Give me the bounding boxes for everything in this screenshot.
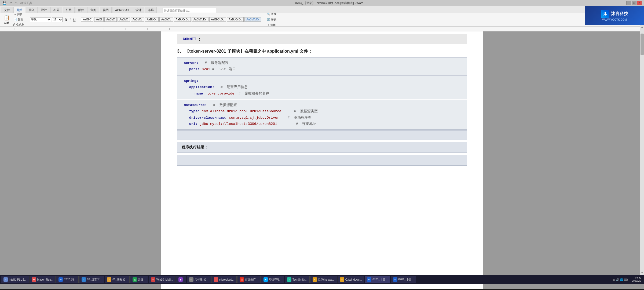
scroll-thumb[interactable] xyxy=(641,34,644,55)
taskbar-icon-bilibili: ▶ xyxy=(264,277,268,282)
app-name: 格式工具 xyxy=(20,1,32,5)
taskbar-cloud[interactable]: 云 云速... xyxy=(130,276,148,283)
taskbar-icon-baidu: 百 xyxy=(240,277,244,282)
taskbar-icon-cloud: 云 xyxy=(133,277,137,282)
datasource-yaml-block: datasource: # 数据源配置 type: com.alibaba.dr… xyxy=(177,100,467,130)
taskbar-icon-notepad: N xyxy=(189,277,193,282)
replace-btn[interactable]: 🔄 替换 xyxy=(266,17,277,22)
ribbon-tabs: 文件 开始 插入 设计 布局 引用 邮件 审阅 视图 ACROBAT 设计 布局 xyxy=(0,6,644,13)
style-em[interactable]: AaBbCcDc xyxy=(209,17,226,22)
maximize-btn[interactable]: □ xyxy=(632,1,636,5)
system-tray: ⊞ 🔊 🌐 ⌨ xyxy=(611,278,630,281)
taskbar-notepad[interactable]: N 无标题-记... xyxy=(187,276,211,283)
style-intense-em[interactable]: AaBbCcDc xyxy=(227,17,244,22)
taskbar-bilibili[interactable]: ▶ 哔哩哔哩... xyxy=(261,276,284,283)
cut-btn[interactable]: ✂ 剪切 xyxy=(12,12,25,17)
commit-block: COMMIT ; xyxy=(177,34,467,44)
style-no-space[interactable]: AaBl xyxy=(94,17,104,22)
tab-layout2[interactable]: 布局 xyxy=(145,7,157,13)
taskbar-diamond[interactable]: ◆ xyxy=(176,276,186,283)
scroll-down-btn[interactable]: ▼ xyxy=(640,271,644,274)
taskbar-word-active1[interactable]: W 0703_【登... xyxy=(365,276,390,283)
close-btn[interactable]: ✕ xyxy=(637,1,642,5)
italic-btn[interactable]: I xyxy=(68,17,71,22)
taskbar-word2[interactable]: W 0701_【登... xyxy=(391,276,416,283)
search-input[interactable] xyxy=(163,8,216,13)
section3-heading: 3、 【token-server-8201 子模块】在项目之中 applicat… xyxy=(177,49,467,54)
tab-view[interactable]: 视图 xyxy=(100,7,112,13)
save-btn[interactable]: 💾 xyxy=(2,1,7,5)
result-content xyxy=(212,142,467,153)
commit-keyword: COMMIT xyxy=(183,37,196,41)
ribbon-tools: 📋 粘贴 ✂ 剪切 📄 复制 🖌 格式刷 等线 11 B I xyxy=(0,13,644,26)
style-h1[interactable]: AaBbC xyxy=(104,17,117,22)
yaml-line-port: port: 8201 # 8201 端口 xyxy=(184,66,460,72)
taskbar-note1[interactable]: N 01_课程记... xyxy=(105,276,130,283)
server-yaml-block: server: # 服务端配置 port: 8201 # 8201 端口 xyxy=(177,57,467,75)
style-normal[interactable]: AaBbC xyxy=(81,17,93,22)
select-btn[interactable]: ↕ 选择 xyxy=(266,23,277,27)
result-block: 程序执行结果： xyxy=(177,142,467,153)
tab-insert[interactable]: 插入 xyxy=(26,7,38,13)
tab-layout[interactable]: 布局 xyxy=(50,7,62,13)
taskbar-intellij[interactable]: I IntelliJ PLUS... xyxy=(1,276,29,283)
yaml-line-server: server: # 服务端配置 xyxy=(184,60,460,66)
style-subtitle[interactable]: AaBbCcDc xyxy=(174,17,191,22)
taskbar-icon-techsmith: T xyxy=(287,277,291,282)
ruler: | | | | | | | | xyxy=(0,27,644,31)
taskbar-icon-maven: M xyxy=(32,277,36,282)
tab-mail[interactable]: 邮件 xyxy=(75,7,87,13)
style-group: AaBbC AaBl AaBbC AaBbC AaBbCc AaBbCc AaB… xyxy=(79,13,263,26)
result-label: 程序执行结果： xyxy=(177,142,212,153)
taskbar-icon-explorer1: F xyxy=(313,277,317,282)
taskbar-icon-explorer2: F xyxy=(340,277,344,282)
taskbar-maven[interactable]: M Maven Rep... xyxy=(30,276,56,283)
copy-btn[interactable]: 📄 复制 xyxy=(12,17,25,22)
taskbar-explorer2[interactable]: F C:\Windows... xyxy=(338,276,364,283)
taskbar: I IntelliJ PLUS... M Maven Rep... W 0207… xyxy=(0,275,644,284)
format-painter-btn[interactable]: 🖌 格式刷 xyxy=(12,22,25,27)
empty-block-2 xyxy=(177,155,467,166)
quick-access-toolbar: 💾 ↶ ↷ xyxy=(2,1,19,5)
taskbar-icon-thunder: T xyxy=(82,277,86,282)
taskbar-word1[interactable]: W 0207_路... xyxy=(56,276,79,283)
style-h3[interactable]: AaBbCc xyxy=(131,17,144,22)
font-family-select[interactable]: 等线 xyxy=(30,17,51,22)
paste-btn[interactable]: 📋 xyxy=(3,14,11,21)
find-btn[interactable]: 🔍 查找 xyxy=(266,12,277,17)
yaml-line-type: type: com.alibaba.druid.pool.DruidDataSo… xyxy=(184,108,460,114)
style-title[interactable]: AaBbCc xyxy=(159,17,173,22)
redo-btn[interactable]: ↷ xyxy=(14,1,19,5)
underline-btn[interactable]: U xyxy=(72,17,77,22)
brand-name: 沐言科技 xyxy=(611,11,628,17)
title-bar: 💾 ↶ ↷ 格式工具 0703_【登录】TokenU证服务.doc [兼容模式]… xyxy=(0,0,644,6)
taskbar-icon-diamond: ◆ xyxy=(178,277,183,282)
style-h2[interactable]: AaBbC xyxy=(118,17,130,22)
font-size-select[interactable]: 11 xyxy=(52,17,63,22)
taskbar-baidu[interactable]: 百 百度推广... xyxy=(237,276,260,283)
tab-review[interactable]: 审阅 xyxy=(87,7,99,13)
taskbar-microcloud[interactable]: I microcloud... xyxy=(211,276,237,283)
minimize-btn[interactable]: ─ xyxy=(626,1,631,5)
tab-acrobat[interactable]: ACROBAT xyxy=(112,7,132,13)
taskbar-techsmith[interactable]: T TechSmith... xyxy=(285,276,310,283)
style-subtle-em[interactable]: AaBbCcDc xyxy=(192,17,208,22)
tab-design[interactable]: 设计 xyxy=(38,7,50,13)
ribbon: 文件 开始 插入 设计 布局 引用 邮件 审阅 视图 ACROBAT 设计 布局… xyxy=(0,6,644,27)
taskbar-explorer1[interactable]: F C:\Windows... xyxy=(310,276,337,283)
style-h4[interactable]: AaBbCc xyxy=(145,17,159,22)
spring-yaml-block: spring: application: # 配置应用信息 name: toke… xyxy=(177,75,467,99)
empty-block-1 xyxy=(177,130,467,140)
search-box-area xyxy=(163,8,644,13)
taskbar-mysql[interactable]: W Win10_MyS... xyxy=(149,276,175,283)
undo-btn[interactable]: ↶ xyxy=(8,1,13,5)
tab-design2[interactable]: 设计 xyxy=(133,7,144,13)
bold-btn[interactable]: B xyxy=(64,17,68,22)
scrollbar-vertical[interactable]: ▲ ▼ xyxy=(640,31,644,275)
style-current[interactable]: AaBbCcDc xyxy=(244,17,261,22)
taskbar-thunder[interactable]: T 02_迅雷下... xyxy=(79,276,104,283)
tab-references[interactable]: 引用 xyxy=(63,7,75,13)
yaml-line-datasource: datasource: # 数据源配置 xyxy=(184,102,460,108)
find-group: 🔍 查找 🔄 替换 ↕ 选择 xyxy=(264,13,279,26)
tab-file[interactable]: 文件 xyxy=(1,7,13,13)
